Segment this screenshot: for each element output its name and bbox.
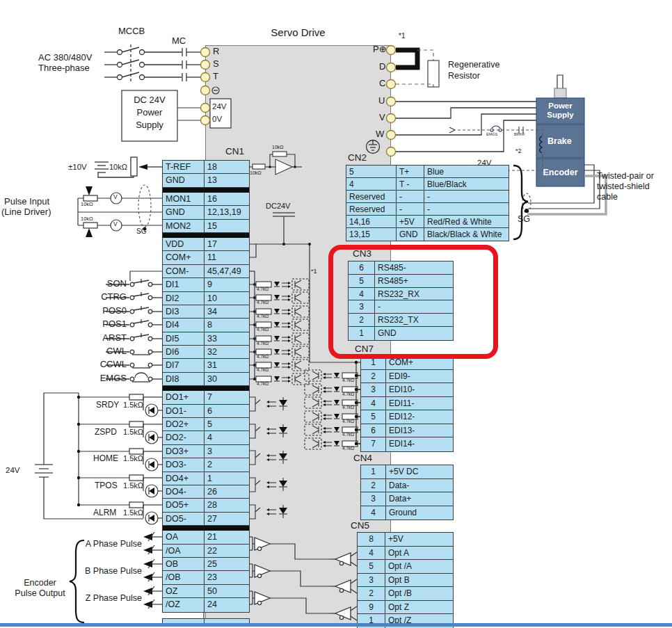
table-cell: 2 (361, 479, 386, 492)
power-supply-box-2: Supply (536, 111, 584, 120)
table-cell: - (424, 191, 509, 202)
table-cell: DO4+ (163, 472, 205, 485)
table-row: 7EDI14- (361, 437, 453, 451)
di2-r47: 4.7kΩ (257, 300, 269, 305)
table-cell: 17 (205, 238, 249, 250)
table-row: 4T -Blue/Black (346, 178, 509, 191)
table-cell: 6 (361, 424, 386, 437)
table-row: DO5+28 (163, 499, 249, 512)
table-cell: DI6 (163, 346, 205, 358)
table-cell: +5V (397, 216, 424, 227)
table-cell: 13 (205, 174, 249, 186)
table-cell: 3 (361, 383, 386, 396)
encoder-box-label: Encoder (536, 168, 584, 177)
table-cell: 33 (205, 332, 249, 345)
terminal-r: R (213, 47, 219, 57)
phase-z-label: Z Phase Pulse (86, 593, 142, 603)
table-cell: 27 (205, 513, 249, 525)
table-cell: 8 (205, 319, 249, 331)
brake-box-label: Brake (547, 136, 572, 146)
do-label-zspd: ZSPD (95, 428, 117, 437)
cn2-brace (513, 166, 528, 239)
separator-bar (163, 526, 249, 531)
table-cell: 31 (205, 359, 249, 371)
sg-right-label: SG (518, 214, 530, 224)
ac-voltage-label: AC 380/480V (38, 53, 92, 63)
di6-r47: 4.7kΩ (257, 354, 269, 359)
table-cell: 6 (205, 405, 249, 417)
table-cell: 15 (205, 220, 249, 232)
table-cell: EDI14- (386, 437, 453, 451)
do-label-home: HOME (93, 454, 118, 464)
table-cell: MON2 (163, 220, 205, 232)
table-cell: Reserved (346, 203, 397, 215)
table-cell: 7 (361, 437, 386, 451)
table-cell: 28 (205, 499, 249, 511)
table-cell: - (424, 203, 509, 215)
di-label-pos1: POS1 (102, 319, 127, 330)
table-row: 4Opt A (358, 547, 453, 561)
table-cell: 25 (205, 558, 249, 570)
table-cell: Data+ (386, 492, 453, 506)
table-cell: DI1 (163, 278, 205, 291)
table-cell: DI5 (163, 332, 205, 345)
table-row: DI731 (163, 359, 249, 372)
terminal-v: V (379, 113, 385, 123)
dc-psu-line3: Supply (122, 120, 177, 131)
table-row: DI48 (163, 319, 249, 332)
table-row: 6EDI13- (361, 424, 453, 438)
table-row: /OB23 (163, 571, 249, 584)
cn1-label: CN1 (225, 146, 244, 157)
table-cell: 5 (346, 166, 397, 177)
table-cell: 5 (205, 418, 249, 430)
table-row: 5EDI12- (361, 410, 453, 424)
pulse-input-label-1: Pulse Input (4, 197, 49, 207)
brkr-small-label: BRKR (514, 132, 525, 136)
table-row: 4Ground (361, 506, 453, 520)
table-cell: 9 (358, 601, 385, 614)
di-label-pos0: POS0 (102, 306, 127, 316)
table-cell: OA (163, 531, 205, 543)
table-cell: 50 (205, 585, 249, 597)
table-row: MON116 (163, 193, 249, 206)
edi12-r47: 4.7kΩ (342, 419, 354, 424)
table-row: 3Opt B (358, 574, 453, 588)
table-cell: 24 (205, 598, 249, 611)
table-cell: DO3- (163, 458, 205, 471)
table-cell: 26 (205, 485, 249, 498)
do4-r15: 1.5kΩ (123, 481, 143, 490)
di-note-1: *1 (311, 268, 317, 275)
encoder-output-label-2: Pulse Output (7, 588, 73, 598)
table-row: /OZ24 (163, 598, 249, 611)
table-row: 14,16+5VRed/Red & White (346, 216, 509, 228)
tref-circuit (95, 157, 162, 177)
mon2-10k-label: 10kΩ (81, 216, 93, 223)
table-cell: /OA (163, 545, 205, 557)
cn1-table: T-REF18GND13MON116GND12,13,19MON215VDD17… (162, 160, 250, 613)
twisted-cable-1: Twisted-pair or (597, 171, 654, 181)
table-cell: 5 (361, 410, 386, 424)
cn2-label: CN2 (348, 152, 367, 163)
table-row: DO4+1 (163, 472, 249, 485)
phase-b-label: B Phase Pulse (85, 566, 142, 576)
table-cell: 9 (205, 278, 249, 291)
dc-psu-line1: DC 24V (122, 95, 177, 106)
terminal-w: W (376, 129, 384, 140)
terminal-0v: 0V (212, 115, 222, 124)
edi11-r47: 4.7kΩ (342, 405, 354, 410)
table-cell: 32 (205, 346, 249, 358)
table-row: DO1+7 (163, 391, 249, 404)
table-row: 5Opt /A (358, 560, 453, 574)
cn2-table: 5T+Blue4T -Blue/BlackReserved--Reserved-… (346, 165, 509, 241)
table-cell: 1 (361, 465, 386, 478)
edi9-r47: 4.7kΩ (342, 378, 354, 383)
separator-bar (163, 188, 249, 193)
table-cell: 16 (205, 193, 249, 205)
do-label-srdy: SRDY (96, 401, 119, 410)
table-row: T-REF18 (163, 161, 249, 174)
table-row: OA21 (163, 531, 249, 544)
cn7-table: 1COM+2EDI9-3EDI10-4EDI11-5EDI12-6EDI13-7… (360, 355, 454, 452)
table-cell: DI8 (163, 373, 205, 385)
table-cell: 22 (205, 545, 249, 557)
tref-10k-label: 10kΩ (109, 163, 127, 172)
